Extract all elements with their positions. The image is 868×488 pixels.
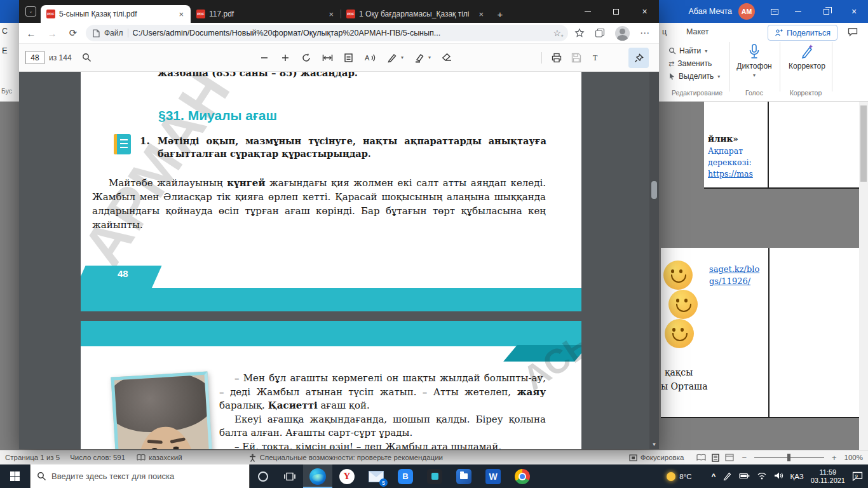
chevron-down-icon[interactable]: ▾ bbox=[428, 55, 431, 60]
pen-tray-icon[interactable] bbox=[723, 471, 732, 482]
find-button[interactable]: Найти▾ bbox=[668, 44, 720, 57]
edge-close-button[interactable]: × bbox=[630, 0, 659, 23]
browser-menu-icon[interactable]: ⋯ bbox=[640, 27, 650, 39]
read-aloud-icon[interactable]: A bbox=[364, 53, 376, 63]
scroll-down-arrow[interactable]: ▼ bbox=[649, 440, 659, 449]
tab-close-icon[interactable]: × bbox=[327, 10, 335, 19]
pin-toolbar-button[interactable] bbox=[628, 48, 649, 68]
task-view-button[interactable] bbox=[276, 464, 303, 488]
focus-mode-button[interactable]: Фокусировка bbox=[629, 454, 684, 461]
eraser-icon[interactable] bbox=[442, 53, 452, 62]
save-icon[interactable] bbox=[571, 53, 581, 63]
clock-time: 11:59 bbox=[820, 468, 837, 477]
action-center-button[interactable]: 9 bbox=[852, 471, 863, 481]
word-minimize-button[interactable] bbox=[784, 0, 812, 23]
zoom-in-button[interactable]: + bbox=[832, 453, 837, 463]
word-scrollbar-thumb[interactable] bbox=[860, 105, 867, 182]
vk-taskbar-app[interactable]: В bbox=[391, 464, 420, 488]
dark-tile-taskbar-app[interactable] bbox=[420, 464, 449, 488]
chrome-taskbar-app[interactable] bbox=[508, 464, 537, 488]
taskbar-clock[interactable]: 11:59 03.11.2021 bbox=[811, 468, 845, 485]
rotate-icon[interactable] bbox=[301, 53, 311, 63]
blog-link[interactable]: saget.kz/blogs/11926/ bbox=[709, 263, 764, 287]
cortana-button[interactable] bbox=[250, 464, 276, 488]
edge-titlebar: ⌄ PDF 5-сынып Қазақ тілі.pdf × PDF 117.p… bbox=[19, 0, 659, 23]
status-accessibility[interactable]: Специальные возможности: проверьте реком… bbox=[260, 454, 443, 461]
page-number-input[interactable] bbox=[25, 51, 44, 64]
print-icon[interactable] bbox=[552, 53, 562, 63]
start-button[interactable] bbox=[0, 464, 30, 488]
dictate-button[interactable]: Диктофон ▾ bbox=[732, 43, 776, 78]
refresh-button[interactable]: ⟳ bbox=[64, 24, 82, 42]
page-view-icon[interactable] bbox=[344, 53, 353, 63]
favorites-icon[interactable] bbox=[574, 28, 585, 38]
forward-button[interactable]: → bbox=[43, 24, 61, 42]
proofing-icon[interactable] bbox=[137, 454, 146, 461]
new-tab-button[interactable]: + bbox=[491, 5, 510, 23]
word-ribbon-tab-fragment[interactable]: ц bbox=[662, 27, 667, 36]
tab-actions-icon[interactable]: ⌄ bbox=[25, 6, 36, 17]
back-button[interactable]: ← bbox=[22, 24, 40, 42]
collections-icon[interactable] bbox=[595, 28, 605, 38]
add-text-icon[interactable]: T bbox=[591, 53, 600, 62]
volume-icon[interactable] bbox=[774, 471, 783, 481]
edge-minimize-button[interactable] bbox=[573, 0, 602, 23]
url-text[interactable]: C:/Users/admin/Documents/Новый%20формат/… bbox=[133, 29, 546, 37]
tray-expand-chevron[interactable]: ^ bbox=[712, 472, 716, 481]
browser-tab-active[interactable]: PDF 5-сынып Қазақ тілі.pdf × bbox=[41, 5, 191, 23]
word-close-button[interactable]: × bbox=[840, 0, 868, 23]
print-layout-icon[interactable] bbox=[712, 454, 719, 462]
editor-button[interactable]: Корректор bbox=[783, 43, 831, 71]
word-taskbar-app[interactable]: W bbox=[478, 464, 508, 488]
address-bar[interactable]: Файл C:/Users/admin/Documents/Новый%20фо… bbox=[86, 25, 568, 41]
status-language[interactable]: казахский bbox=[149, 454, 182, 461]
zoom-slider[interactable] bbox=[754, 457, 824, 458]
status-word-count[interactable]: Число слов: 591 bbox=[70, 454, 125, 461]
zoom-in-icon[interactable] bbox=[280, 53, 290, 63]
pdf-search-icon[interactable] bbox=[82, 53, 92, 62]
comments-icon[interactable] bbox=[848, 27, 858, 39]
read-mode-icon[interactable] bbox=[696, 454, 706, 461]
web-layout-icon[interactable] bbox=[725, 454, 734, 461]
zoom-out-button[interactable]: − bbox=[742, 453, 747, 463]
edge-window-controls: × bbox=[573, 0, 659, 23]
edge-maximize-button[interactable] bbox=[602, 0, 630, 23]
fit-to-width-icon[interactable] bbox=[322, 53, 333, 63]
network-wifi-icon[interactable] bbox=[757, 471, 767, 481]
chevron-down-icon[interactable]: ▾ bbox=[401, 55, 403, 60]
edge-taskbar-app[interactable] bbox=[303, 464, 332, 488]
word-user-avatar[interactable]: АМ bbox=[738, 3, 755, 20]
browser-tab[interactable]: PDF 1 Оқу бағдарламасы_Қазақ тілі × bbox=[341, 5, 491, 23]
language-indicator[interactable]: ҚАЗ bbox=[790, 473, 804, 480]
zoom-slider-thumb[interactable] bbox=[787, 454, 790, 461]
draw-pen-icon[interactable] bbox=[387, 53, 397, 63]
ribbon-display-options-icon[interactable] bbox=[765, 0, 784, 23]
zoom-level[interactable]: 100% bbox=[844, 454, 863, 461]
share-button[interactable]: Поделиться bbox=[768, 25, 837, 41]
pdf-scrollbar[interactable]: ▼ bbox=[649, 72, 659, 449]
status-page-indicator[interactable]: Страница 1 из 5 bbox=[5, 454, 60, 461]
word-scrollbar[interactable] bbox=[859, 102, 868, 450]
pdf-viewport[interactable]: АРМАН жазбаша (835 саны – 85) жасаңдар. … bbox=[19, 72, 659, 449]
yandex-taskbar-app[interactable]: Y bbox=[332, 464, 362, 488]
battery-icon[interactable] bbox=[739, 472, 750, 481]
taskbar-search[interactable] bbox=[30, 464, 250, 488]
weather-widget[interactable]: 8°C bbox=[667, 472, 691, 481]
word-ribbon-tab-layout[interactable]: Макет bbox=[686, 27, 709, 36]
word-restore-button[interactable] bbox=[812, 0, 840, 23]
add-favorite-icon[interactable]: ☆ bbox=[553, 29, 561, 37]
search-input[interactable] bbox=[51, 471, 249, 481]
blue-tile-taskbar-app[interactable] bbox=[449, 464, 478, 488]
profile-avatar[interactable] bbox=[615, 26, 630, 41]
tab-close-icon[interactable]: × bbox=[177, 10, 185, 19]
browser-action-icons: ⋯ bbox=[574, 26, 650, 41]
zoom-out-icon[interactable] bbox=[259, 53, 269, 63]
mail-taskbar-app[interactable]: 5 bbox=[362, 464, 391, 488]
browser-tab[interactable]: PDF 117.pdf × bbox=[191, 5, 341, 23]
pdf-scrollbar-thumb[interactable] bbox=[651, 181, 657, 199]
select-button[interactable]: Выделить▾ bbox=[668, 70, 720, 83]
tab-close-icon[interactable]: × bbox=[477, 10, 485, 19]
replace-button[interactable]: ⇄ Заменить bbox=[668, 57, 720, 70]
highlighter-icon[interactable] bbox=[414, 53, 424, 63]
source-link[interactable]: https://mas bbox=[708, 169, 753, 179]
